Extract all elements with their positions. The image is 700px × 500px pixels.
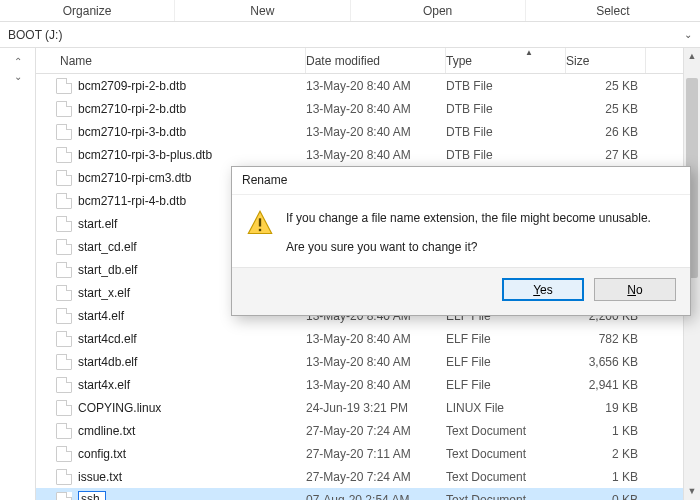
file-name: start4db.elf	[78, 355, 306, 369]
file-date: 27-May-20 7:11 AM	[306, 447, 446, 461]
table-row[interactable]: start4cd.elf13-May-20 8:40 AMELF File782…	[36, 327, 700, 350]
chevron-down-icon[interactable]: ⌄	[684, 29, 692, 40]
file-icon	[56, 78, 72, 94]
column-headers: Name Date modified Type Size ▲	[36, 48, 700, 74]
file-date: 13-May-20 8:40 AM	[306, 79, 446, 93]
table-row-renaming[interactable]: ssh07-Aug-20 2:54 AMText Document0 KB	[36, 488, 700, 500]
file-type: Text Document	[446, 447, 566, 461]
table-row[interactable]: config.txt27-May-20 7:11 AMText Document…	[36, 442, 700, 465]
file-type: Text Document	[446, 493, 566, 501]
file-type: ELF File	[446, 378, 566, 392]
file-icon	[56, 147, 72, 163]
file-icon	[56, 216, 72, 232]
table-row[interactable]: issue.txt27-May-20 7:24 AMText Document1…	[36, 465, 700, 488]
file-type: DTB File	[446, 148, 566, 162]
file-date: 13-May-20 8:40 AM	[306, 125, 446, 139]
address-bar[interactable]: BOOT (J:) ⌄	[0, 22, 700, 48]
file-icon	[56, 170, 72, 186]
nav-collapse-up-icon[interactable]: ⌃	[14, 56, 22, 67]
ribbon-open[interactable]: Open	[351, 0, 526, 21]
file-icon	[56, 377, 72, 393]
table-row[interactable]: cmdline.txt27-May-20 7:24 AMText Documen…	[36, 419, 700, 442]
file-date: 13-May-20 8:40 AM	[306, 148, 446, 162]
file-date: 13-May-20 8:40 AM	[306, 332, 446, 346]
no-button[interactable]: No	[594, 278, 676, 301]
file-name: issue.txt	[78, 470, 306, 484]
file-type: DTB File	[446, 125, 566, 139]
table-row[interactable]: COPYING.linux24-Jun-19 3:21 PMLINUX File…	[36, 396, 700, 419]
file-name: bcm2710-rpi-3-b-plus.dtb	[78, 148, 306, 162]
address-path: BOOT (J:)	[8, 28, 684, 42]
scroll-up-icon[interactable]: ▲	[684, 48, 700, 65]
column-header-size[interactable]: Size	[566, 48, 646, 73]
table-row[interactable]: bcm2709-rpi-2-b.dtb13-May-20 8:40 AMDTB …	[36, 74, 700, 97]
file-size: 19 KB	[566, 401, 642, 415]
file-icon	[56, 400, 72, 416]
file-size: 1 KB	[566, 424, 642, 438]
table-row[interactable]: bcm2710-rpi-2-b.dtb13-May-20 8:40 AMDTB …	[36, 97, 700, 120]
file-icon	[56, 101, 72, 117]
file-name: bcm2710-rpi-2-b.dtb	[78, 102, 306, 116]
file-date: 13-May-20 8:40 AM	[306, 102, 446, 116]
file-name: bcm2710-rpi-3-b.dtb	[78, 125, 306, 139]
file-size: 25 KB	[566, 102, 642, 116]
file-icon	[56, 262, 72, 278]
file-type: DTB File	[446, 102, 566, 116]
yes-button[interactable]: Yes	[502, 278, 584, 301]
file-size: 1 KB	[566, 470, 642, 484]
ribbon-tabs: Organize New Open Select	[0, 0, 700, 22]
svg-rect-1	[259, 218, 261, 226]
file-type: ELF File	[446, 355, 566, 369]
file-name: COPYING.linux	[78, 401, 306, 415]
file-name: bcm2709-rpi-2-b.dtb	[78, 79, 306, 93]
ribbon-organize[interactable]: Organize	[0, 0, 175, 21]
file-date: 07-Aug-20 2:54 AM	[306, 493, 446, 501]
file-icon	[56, 124, 72, 140]
table-row[interactable]: bcm2710-rpi-3-b.dtb13-May-20 8:40 AMDTB …	[36, 120, 700, 143]
ribbon-new[interactable]: New	[175, 0, 350, 21]
rename-input[interactable]: ssh	[78, 491, 106, 500]
file-size: 782 KB	[566, 332, 642, 346]
dialog-title: Rename	[232, 167, 690, 195]
file-icon	[56, 193, 72, 209]
file-size: 2,941 KB	[566, 378, 642, 392]
file-list-area: Name Date modified Type Size ▲ bcm2709-r…	[36, 48, 700, 500]
file-icon	[56, 285, 72, 301]
file-date: 13-May-20 8:40 AM	[306, 378, 446, 392]
file-date: 27-May-20 7:24 AM	[306, 424, 446, 438]
scroll-down-icon[interactable]: ▼	[684, 483, 700, 500]
dialog-message: If you change a file name extension, the…	[286, 209, 651, 257]
file-name: cmdline.txt	[78, 424, 306, 438]
file-type: Text Document	[446, 470, 566, 484]
file-icon	[56, 239, 72, 255]
table-row[interactable]: start4x.elf13-May-20 8:40 AMELF File2,94…	[36, 373, 700, 396]
file-icon	[56, 423, 72, 439]
nav-expand-down-icon[interactable]: ⌄	[14, 71, 22, 82]
table-row[interactable]: start4db.elf13-May-20 8:40 AMELF File3,6…	[36, 350, 700, 373]
file-icon	[56, 354, 72, 370]
column-header-type[interactable]: Type	[446, 48, 566, 73]
file-icon	[56, 331, 72, 347]
file-size: 0 KB	[566, 493, 642, 501]
file-name: start4cd.elf	[78, 332, 306, 346]
file-size: 3,656 KB	[566, 355, 642, 369]
column-header-date[interactable]: Date modified	[306, 48, 446, 73]
file-date: 24-Jun-19 3:21 PM	[306, 401, 446, 415]
ribbon-select[interactable]: Select	[526, 0, 700, 21]
column-header-name[interactable]: Name	[56, 48, 306, 73]
file-date: 13-May-20 8:40 AM	[306, 355, 446, 369]
dialog-line1: If you change a file name extension, the…	[286, 209, 651, 228]
warning-icon	[246, 209, 274, 237]
dialog-line2: Are you sure you want to change it?	[286, 238, 651, 257]
file-size: 2 KB	[566, 447, 642, 461]
file-icon	[56, 308, 72, 324]
file-type: DTB File	[446, 79, 566, 93]
file-name: start4x.elf	[78, 378, 306, 392]
file-type: Text Document	[446, 424, 566, 438]
sort-indicator-icon: ▲	[525, 48, 533, 57]
file-size: 25 KB	[566, 79, 642, 93]
table-row[interactable]: bcm2710-rpi-3-b-plus.dtb13-May-20 8:40 A…	[36, 143, 700, 166]
svg-rect-2	[259, 229, 261, 231]
file-size: 27 KB	[566, 148, 642, 162]
file-icon	[56, 469, 72, 485]
